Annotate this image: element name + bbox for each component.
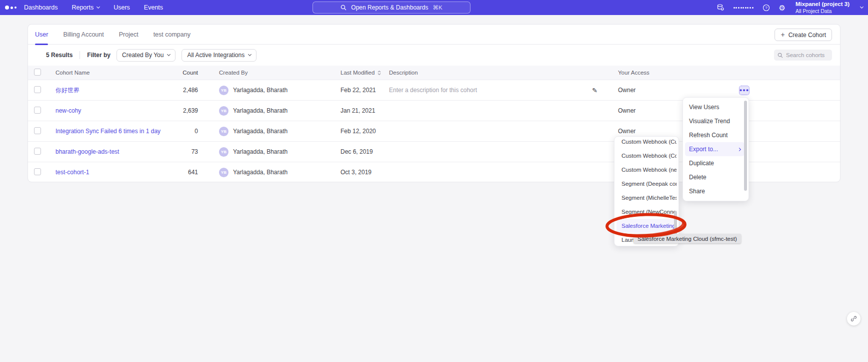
divider [80,51,80,59]
row-checkbox[interactable] [34,86,41,93]
submenu-item-segment-deepak[interactable]: Segment (Deepak con... [616,177,676,191]
tab-billing-account[interactable]: Billing Account [63,25,104,45]
cohort-name-link[interactable]: bharath-google-ads-test [56,148,178,155]
last-modified-date: Oct 3, 2019 [340,169,389,176]
row-checkbox[interactable] [34,148,41,155]
avatar: YB [219,168,228,177]
table-header: Cohort Name Count Created By Last Modifi… [28,66,840,80]
link-icon [850,315,857,322]
avatar: YB [219,106,228,116]
tab-test-company[interactable]: test company [154,25,190,45]
cohort-search-box[interactable] [774,50,832,61]
integration-tooltip: Salesforce Marketing Cloud (sfmc-test) [634,234,741,243]
svg-text:?: ? [765,6,768,10]
search-icon [778,53,783,58]
help-icon[interactable]: ? [762,4,770,12]
search-shortcut-hint: ⌘K [432,4,442,11]
access-level: Owner [618,87,733,94]
last-modified-date: Feb 12, 2020 [340,128,389,135]
menu-item-delete[interactable]: Delete [685,170,744,184]
menu-item-share[interactable]: Share [685,184,744,198]
nav-item-reports[interactable]: Reports [72,4,100,11]
chevron-down-icon [167,53,170,56]
cohort-name-link[interactable]: test-cohort-1 [56,169,178,176]
menu-item-view-users[interactable]: View Users [685,100,744,114]
project-switcher[interactable]: Mixpanel (project 3) All Project Data [796,1,850,14]
submenu-item-segment-michelletest[interactable]: Segment (MichelleTest) [616,191,676,205]
cohort-count: 2,486 [178,87,198,94]
cohort-count: 2,639 [178,107,198,114]
avatar: YB [219,147,228,157]
scrollbar[interactable] [674,137,677,246]
cohort-count: 641 [178,169,198,176]
create-cohort-button[interactable]: + Create Cohort [774,29,832,41]
col-your-access: Your Access [618,70,733,76]
select-all-checkbox[interactable] [34,69,41,76]
created-by-name: Yarlagadda, Bharath [233,87,288,94]
col-cohort-name: Cohort Name [56,70,178,76]
top-nav: Dashboards Reports Users Events Open Rep… [0,0,868,15]
row-checkbox[interactable] [34,168,41,175]
submenu-item-custom-webhook-cu[interactable]: Custom Webhook (Cu... [616,136,676,149]
menu-item-refresh-count[interactable]: Refresh Count [685,128,744,142]
project-name: Mixpanel (project 3) [796,1,850,8]
tab-user[interactable]: User [35,25,48,45]
filter-by-label: Filter by [87,52,110,59]
created-by-name: Yarlagadda, Bharath [233,107,288,114]
description-field[interactable]: Enter a description for this cohort [389,87,592,94]
nav-item-dashboards[interactable]: Dashboards [24,4,58,11]
apps-grid-icon[interactable] [734,7,754,9]
sort-icon[interactable] [377,70,382,76]
submenu-item-segment-newconnec[interactable]: Segment (NewConnec... [616,205,676,219]
chevron-down-icon [96,5,100,9]
last-modified-date: Feb 22, 2021 [340,87,389,94]
scrollbar[interactable] [744,101,747,197]
share-link-button[interactable] [847,312,860,325]
integrations-filter-button[interactable]: All Active Integrations [182,49,256,62]
last-modified-date: Dec 6, 2019 [340,148,389,155]
cohort-count: 73 [178,148,198,155]
submenu-item-salesforce-marketing-cloud[interactable]: Salesforce Marketing C... [616,219,676,233]
col-last-modified[interactable]: Last Modified [340,70,374,76]
tab-project[interactable]: Project [119,25,138,45]
created-by-filter-button[interactable]: Created By You [116,49,176,62]
project-scope: All Project Data [796,8,850,14]
avatar: YB [219,86,228,95]
menu-item-visualize-trend[interactable]: Visualize Trend [685,114,744,128]
global-search-bar[interactable]: Open Reports & Dashboards ⌘K [312,2,470,14]
row-checkbox[interactable] [34,107,41,114]
cohort-name-link[interactable]: 你好世界 [56,86,178,95]
row-context-menu: View Users Visualize Trend Refresh Count… [682,97,749,201]
cohort-count: 0 [178,128,198,135]
avatar: YB [219,127,228,136]
gear-icon[interactable]: ⚙ [779,4,786,12]
project-chevron-down-icon[interactable] [860,5,864,9]
col-description: Description [389,70,592,76]
last-modified-date: Jan 21, 2021 [340,107,389,114]
menu-item-duplicate[interactable]: Duplicate [685,156,744,170]
results-count: 5 Results [46,52,72,59]
cohort-search-input[interactable] [786,52,826,58]
global-search-placeholder: Open Reports & Dashboards [351,4,428,11]
nav-item-users[interactable]: Users [114,4,130,11]
edit-pencil-icon[interactable]: ✎ [592,87,618,94]
menu-item-export-to[interactable]: Export to... [685,142,744,156]
row-checkbox[interactable] [34,127,41,134]
nav-item-events[interactable]: Events [144,4,163,11]
col-created-by: Created By [219,70,340,76]
submenu-item-custom-webhook-co[interactable]: Custom Webhook (Co... [616,149,676,163]
cohort-name-link[interactable]: Integration Sync Failed 6 times in 1 day [56,128,178,135]
export-submenu: Custom Webhook (Cu... Custom Webhook (Co… [614,136,679,246]
col-count: Count [178,70,198,76]
created-by-name: Yarlagadda, Bharath [233,148,288,155]
chevron-right-icon [738,147,741,151]
cohort-name-link[interactable]: new-cohy [56,107,178,114]
row-actions-ellipsis-button[interactable]: ●●● [739,86,750,95]
tab-bar: User Billing Account Project test compan… [28,25,840,45]
data-management-icon[interactable] [716,4,724,12]
search-icon [340,5,346,11]
filter-bar: 5 Results Filter by Created By You All A… [28,45,840,66]
submenu-item-custom-webhook-ne[interactable]: Custom Webhook (ne... [616,163,676,177]
mixpanel-logo-icon[interactable] [5,6,18,10]
plus-icon: + [780,31,784,39]
